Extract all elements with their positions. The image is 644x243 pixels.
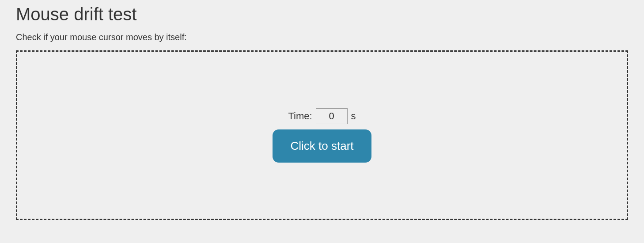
time-row: Time: s: [288, 108, 356, 124]
time-label: Time:: [288, 110, 312, 122]
drift-test-area[interactable]: Time: s Click to start: [16, 50, 628, 220]
time-input[interactable]: [316, 108, 348, 124]
time-unit: s: [351, 110, 356, 122]
start-button[interactable]: Click to start: [273, 129, 371, 163]
page-subtitle: Check if your mouse cursor moves by itse…: [16, 32, 628, 42]
page-title: Mouse drift test: [16, 0, 628, 24]
